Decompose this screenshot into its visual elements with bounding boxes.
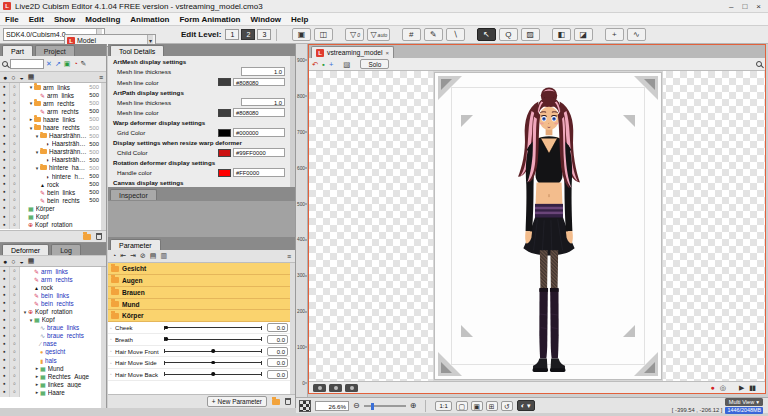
lock-icon[interactable]: ○ bbox=[10, 299, 20, 307]
visibility-eye-icon[interactable]: ● bbox=[0, 388, 10, 396]
lock-icon[interactable]: ○ bbox=[10, 140, 20, 148]
lock-icon[interactable]: ○ bbox=[10, 148, 20, 156]
panel-tab[interactable]: Deformer bbox=[2, 244, 49, 255]
part-tree-row[interactable]: ● ○ arm_rechts 500 bbox=[0, 107, 101, 115]
lock-icon[interactable]: ○ bbox=[10, 123, 20, 131]
zoom-slider-thumb[interactable] bbox=[371, 403, 374, 410]
quick-action-icon[interactable]: ▣ bbox=[64, 59, 71, 69]
visibility-eye-icon[interactable]: ● bbox=[0, 340, 10, 348]
ghost-icon[interactable]: ◒ bbox=[19, 74, 23, 81]
parameter-tool-icon[interactable]: ⇤ bbox=[120, 252, 126, 260]
tab-tool-details[interactable]: Tool Details bbox=[110, 45, 164, 56]
visibility-eye-icon[interactable]: ● bbox=[0, 332, 10, 340]
tool-button[interactable]: ◫ bbox=[314, 28, 333, 41]
visibility-eye-icon[interactable]: ● bbox=[0, 299, 10, 307]
lock-icon[interactable]: ○ bbox=[10, 283, 20, 291]
part-tree-row[interactable]: ● ○ Haarsträhne_rechts 500 bbox=[0, 156, 101, 164]
visibility-eye-icon[interactable]: ● bbox=[0, 204, 10, 212]
color-swatch[interactable] bbox=[218, 109, 231, 117]
visibility-eye-icon[interactable]: ● bbox=[0, 156, 10, 164]
part-tree-row[interactable]: ● ○ bein_links 500 bbox=[0, 188, 101, 196]
deformer-tree-row[interactable]: ● ○ bein_links bbox=[0, 291, 101, 299]
lock-icon[interactable]: ○ bbox=[10, 188, 20, 196]
visibility-eye-icon[interactable]: ● bbox=[0, 172, 10, 180]
part-tree-row[interactable]: ● ○ Kopf bbox=[0, 213, 101, 221]
visibility-eye-icon[interactable]: ● bbox=[0, 83, 10, 91]
transparency-toggle-icon[interactable] bbox=[299, 400, 311, 412]
deformer-tree-row[interactable]: ● ○ nase bbox=[0, 340, 101, 348]
lock-icon[interactable]: ○ bbox=[10, 164, 20, 172]
visibility-eye-icon[interactable]: ● bbox=[0, 221, 10, 229]
menu-item[interactable]: Edit bbox=[29, 15, 44, 24]
minimize-button[interactable]: – bbox=[729, 1, 733, 12]
visibility-eye-icon[interactable]: ● bbox=[0, 99, 10, 107]
parameter-folder-row[interactable]: Körper bbox=[108, 310, 290, 322]
field-input[interactable]: #000000 bbox=[233, 128, 285, 137]
playback-control-icon[interactable]: ● bbox=[711, 383, 714, 393]
zoom-value[interactable]: 26.6% bbox=[315, 401, 349, 411]
visibility-eye-icon[interactable]: ● bbox=[0, 148, 10, 156]
parameter-value[interactable]: 0.0 bbox=[267, 370, 288, 379]
lock-icon[interactable]: ○ bbox=[10, 380, 20, 388]
panel-tab[interactable]: Project bbox=[35, 45, 75, 56]
tool-button[interactable]: ∿ bbox=[627, 28, 646, 41]
tool-button[interactable]: # bbox=[402, 28, 421, 41]
lock-icon[interactable]: ○ bbox=[10, 364, 20, 372]
visibility-eye-icon[interactable]: ● bbox=[0, 275, 10, 283]
visibility-eye-icon[interactable]: ● bbox=[0, 180, 10, 188]
multi-view-button[interactable]: Multi View ▾ bbox=[725, 398, 763, 406]
slider-knob[interactable] bbox=[211, 361, 215, 365]
visibility-eye-icon[interactable]: ● bbox=[0, 140, 10, 148]
menu-item[interactable]: Help bbox=[291, 15, 308, 24]
tool-button[interactable]: Q bbox=[499, 28, 518, 41]
part-tree-row[interactable]: ● ○ Kopf_rotation bbox=[0, 221, 101, 229]
canvas-tool-icon[interactable]: ↶ bbox=[312, 59, 318, 70]
eye-icon[interactable]: ● bbox=[3, 258, 7, 265]
tab-inspector[interactable]: Inspector bbox=[110, 189, 157, 200]
canvas-tool-icon[interactable]: ▪ bbox=[322, 59, 325, 70]
tool-button[interactable]: ∖ bbox=[446, 28, 465, 41]
lock-icon[interactable]: ○ bbox=[10, 348, 20, 356]
lock-icon[interactable]: ○ bbox=[10, 83, 20, 91]
parameter-value[interactable]: 0.0 bbox=[267, 323, 288, 332]
lock-icon[interactable]: ○ bbox=[10, 99, 20, 107]
eye-icon[interactable]: ● bbox=[3, 74, 7, 81]
deformer-tree-row[interactable]: ● ○ arm_links bbox=[0, 267, 101, 275]
parameter-value[interactable]: 0.0 bbox=[267, 335, 288, 344]
parameter-tool-icon[interactable]: ▤ bbox=[150, 252, 157, 260]
part-tree-row[interactable]: ● ○ arm_links 500 bbox=[0, 83, 101, 91]
color-swatch[interactable] bbox=[218, 149, 231, 157]
lock-icon[interactable]: ○ bbox=[10, 316, 20, 324]
tool-button[interactable]: ◧ bbox=[552, 28, 571, 41]
part-tree-row[interactable]: ● ○ arm_rechts 500 bbox=[0, 99, 101, 107]
edit-level-button[interactable]: 3 bbox=[257, 29, 271, 40]
visibility-eye-icon[interactable]: ● bbox=[0, 348, 10, 356]
slider-knob[interactable] bbox=[211, 372, 215, 376]
visibility-eye-icon[interactable]: ● bbox=[0, 107, 10, 115]
lock-icon[interactable]: ○ bbox=[10, 221, 20, 229]
lock-icon[interactable]: ○ bbox=[10, 291, 20, 299]
lock-icon[interactable]: ○ bbox=[10, 132, 20, 140]
menu-icon[interactable]: ≡ bbox=[99, 74, 103, 81]
visibility-eye-icon[interactable]: ● bbox=[0, 324, 10, 332]
field-input[interactable]: 1.0 bbox=[241, 67, 285, 76]
playback-control-icon[interactable]: ◎ bbox=[720, 383, 725, 393]
parameter-tool-icon[interactable]: ⇥ bbox=[130, 252, 136, 260]
parameter-tool-icon[interactable]: ⊘ bbox=[140, 252, 146, 260]
lock-icon[interactable]: ○ bbox=[10, 196, 20, 204]
deformer-tree-row[interactable]: ● ○ Mund bbox=[0, 364, 101, 372]
grid-icon[interactable]: ▦ bbox=[28, 257, 35, 265]
part-tree-row[interactable]: ● ○ arm_links 500 bbox=[0, 91, 101, 99]
canvas-tab[interactable]: vstreaming_model × bbox=[311, 46, 394, 58]
maximize-button[interactable]: □ bbox=[742, 1, 747, 12]
deformer-tree-row[interactable]: ● ○ Rechtes_Auge bbox=[0, 372, 101, 380]
field-input[interactable]: 1.0 bbox=[241, 98, 285, 107]
tool-button[interactable]: ▨ bbox=[521, 28, 540, 41]
visibility-eye-icon[interactable]: ● bbox=[0, 188, 10, 196]
parameter-slider-track[interactable] bbox=[164, 327, 262, 328]
character-model[interactable] bbox=[491, 81, 607, 381]
part-tree-row[interactable]: ● ○ haare_rechts 500 bbox=[0, 123, 101, 131]
visibility-eye-icon[interactable]: ● bbox=[0, 132, 10, 140]
menu-item[interactable]: Animation bbox=[130, 15, 169, 24]
trash-icon[interactable] bbox=[285, 398, 291, 405]
